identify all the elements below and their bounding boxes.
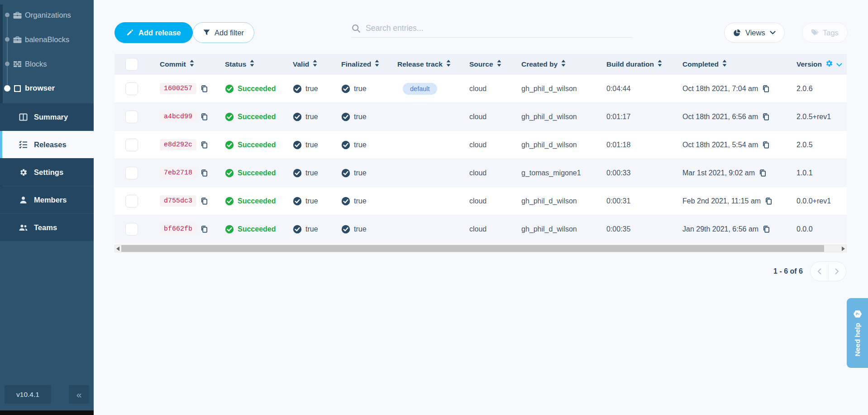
- source-value: cloud: [469, 169, 486, 177]
- commit-hash: d755dc3: [160, 195, 196, 207]
- column-label: Commit: [160, 60, 186, 68]
- row-checkbox[interactable]: [125, 195, 138, 208]
- sidebar-item-label: Blocks: [25, 60, 47, 68]
- success-check-icon: [225, 112, 234, 121]
- finalized-value: true: [354, 85, 367, 93]
- sidebar-item-members[interactable]: Members: [0, 186, 94, 213]
- scrollbar-thumb[interactable]: [121, 245, 824, 252]
- app-version-button[interactable]: v10.4.1: [5, 385, 51, 404]
- row-select-cell: [114, 139, 160, 151]
- finalized-cell: true: [341, 84, 397, 93]
- chevron-down-icon[interactable]: [836, 60, 842, 68]
- add-filter-label: Add filter: [215, 29, 244, 37]
- table-header-release-track[interactable]: Release track: [397, 60, 469, 68]
- copy-icon[interactable]: [200, 141, 208, 149]
- version-cell: 2.0.5+rev1: [796, 113, 847, 121]
- sidebar-item-teams[interactable]: Teams: [0, 214, 94, 241]
- sidebar-item-label: Releases: [34, 140, 67, 149]
- copy-icon[interactable]: [762, 113, 770, 121]
- commit-hash: bf662fb: [160, 223, 196, 235]
- completed-cell: Jan 29th 2021, 6:56 am: [682, 225, 796, 233]
- table-header-valid[interactable]: Valid: [293, 60, 341, 68]
- row-checkbox[interactable]: [125, 111, 138, 123]
- copy-icon[interactable]: [200, 85, 208, 92]
- created-by-cell: gh_phil_d_wilson: [521, 225, 606, 233]
- success-check-icon: [225, 225, 234, 234]
- sidebar-item-balenablocks[interactable]: balenaBlocks: [0, 27, 94, 52]
- build-duration-value: 0:04:44: [606, 85, 630, 93]
- sidebar-item-label: Members: [34, 196, 67, 204]
- copy-icon[interactable]: [200, 113, 208, 121]
- sidebar-item-label: Settings: [34, 168, 63, 177]
- row-checkbox[interactable]: [125, 223, 138, 236]
- table-row: a4bcd99 Succeeded true true: [114, 102, 847, 130]
- horizontal-scrollbar[interactable]: [114, 245, 847, 252]
- views-label: Views: [745, 29, 765, 37]
- copy-icon[interactable]: [762, 141, 770, 149]
- copy-icon[interactable]: [765, 197, 773, 205]
- source-cell: cloud: [469, 197, 521, 205]
- add-release-button[interactable]: Add release: [114, 22, 193, 43]
- add-filter-button[interactable]: Add filter: [193, 22, 254, 43]
- copy-icon[interactable]: [200, 197, 208, 205]
- sidebar-item-releases[interactable]: Releases: [0, 131, 94, 158]
- sort-icon: [446, 60, 451, 68]
- column-label: Valid: [293, 60, 309, 68]
- next-page-button[interactable]: [829, 262, 846, 281]
- column-label: Version: [796, 60, 822, 68]
- commit-hash: 1600257: [160, 83, 196, 94]
- completed-date: Mar 1st 2021, 9:02 am: [682, 169, 755, 177]
- table-header-source[interactable]: Source: [469, 60, 521, 68]
- table-header-select: [114, 58, 160, 71]
- need-help-tab[interactable]: Need help ?: [847, 298, 868, 368]
- source-value: cloud: [469, 197, 486, 205]
- status-cell: Succeeded: [225, 169, 293, 178]
- row-checkbox[interactable]: [125, 139, 138, 151]
- sidebar-collapse-button[interactable]: «: [69, 385, 89, 404]
- sidebar-item-settings[interactable]: Settings: [0, 159, 94, 186]
- source-value: cloud: [469, 85, 486, 93]
- column-settings-gear-icon[interactable]: [825, 59, 833, 69]
- copy-icon[interactable]: [200, 225, 208, 233]
- select-all-checkbox[interactable]: [125, 58, 138, 71]
- table-header-build-duration[interactable]: Build duration: [606, 60, 682, 68]
- tags-button[interactable]: Tags: [802, 23, 848, 43]
- scroll-left-arrow[interactable]: [116, 246, 119, 251]
- search-input[interactable]: [366, 24, 633, 33]
- table-header-finalized[interactable]: Finalized: [341, 60, 397, 68]
- question-hexagon-icon: ?: [853, 309, 862, 318]
- table-header-created-by[interactable]: Created by: [521, 60, 606, 68]
- sidebar-item-summary[interactable]: Summary: [0, 103, 94, 130]
- version-value: 2.0.5+rev1: [796, 113, 831, 121]
- sidebar-item-organizations[interactable]: Organizations: [0, 3, 94, 27]
- briefcase-icon: [13, 11, 22, 19]
- table-header-version[interactable]: Version: [796, 59, 847, 69]
- sort-icon: [496, 60, 502, 68]
- row-checkbox[interactable]: [125, 167, 138, 179]
- row-checkbox[interactable]: [125, 82, 138, 95]
- commit-hash: e8d292c: [160, 139, 196, 150]
- version-value: 1.0.1: [796, 169, 813, 177]
- copy-icon[interactable]: [759, 169, 767, 177]
- copy-icon[interactable]: [200, 169, 208, 177]
- status-label: Succeeded: [238, 225, 276, 233]
- table-header-completed[interactable]: Completed: [682, 60, 796, 68]
- column-label: Build duration: [606, 60, 654, 68]
- copy-icon[interactable]: [762, 85, 770, 92]
- sidebar-item-blocks[interactable]: Blocks: [0, 52, 94, 76]
- table-header-commit[interactable]: Commit: [160, 60, 225, 68]
- summary-columns-icon: [19, 113, 28, 121]
- table-header-status[interactable]: Status: [225, 60, 293, 68]
- views-button[interactable]: Views: [724, 23, 785, 43]
- completed-date: Oct 18th 2021, 7:04 am: [682, 85, 758, 93]
- tree-dot: [5, 62, 10, 66]
- valid-cell: true: [293, 169, 341, 178]
- previous-page-button[interactable]: [811, 262, 829, 281]
- version-value: 0.0.0: [796, 225, 813, 233]
- sidebar-item-label: browser: [25, 84, 55, 93]
- scroll-right-arrow[interactable]: [842, 246, 845, 251]
- copy-icon[interactable]: [763, 225, 770, 233]
- source-cell: cloud: [469, 141, 521, 149]
- sidebar-item-browser[interactable]: browser: [0, 76, 94, 101]
- table-row: 1600257 Succeeded true true default: [114, 74, 847, 102]
